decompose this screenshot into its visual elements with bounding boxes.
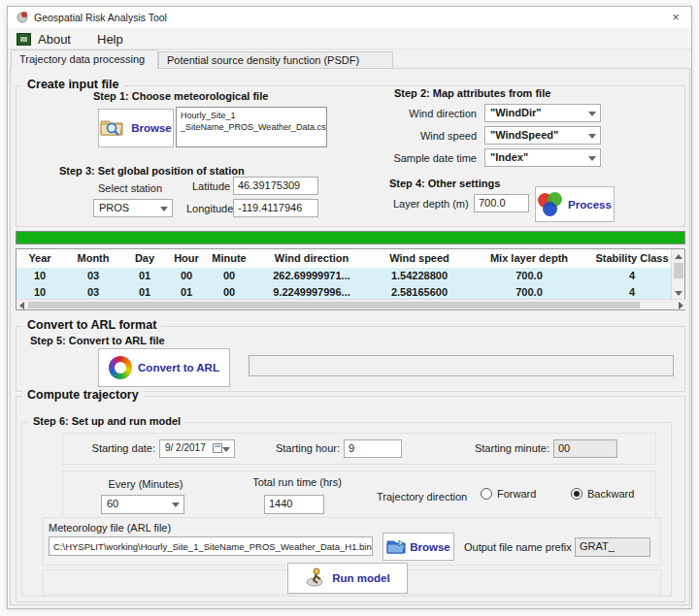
met-file-field[interactable]: C:\HYSPLIT\working\Hourly_Site_1_SiteNam…: [49, 536, 373, 556]
calendar-icon: [213, 443, 222, 453]
color-ring-icon: [109, 356, 132, 379]
station-value: PROS: [99, 202, 129, 213]
table-horizontal-scrollbar[interactable]: [17, 299, 686, 309]
folder-search-icon: [100, 117, 125, 139]
convert-to-arl-label: Convert to ARL: [138, 362, 219, 373]
wind-speed-combo[interactable]: "WindSpeed": [484, 126, 601, 145]
rgb-circles-icon: [538, 192, 565, 217]
col-wind-direction: Wind direction: [251, 249, 372, 268]
scroll-right-icon[interactable]: [679, 302, 683, 309]
table-header-row: Year Month Day Hour Minute Wind directio…: [17, 249, 673, 268]
step3-title: Step 3: Set global position of station: [59, 165, 245, 177]
menu-about[interactable]: About: [34, 31, 75, 48]
wind-speed-value: "WindSpeed": [490, 129, 558, 141]
sample-date-time-combo[interactable]: "Index": [484, 148, 601, 167]
backward-label: Backward: [587, 488, 634, 500]
group-compute-trajectory-title: Compute trajectory: [22, 388, 144, 402]
convert-to-arl-button[interactable]: Convert to ARL: [98, 348, 230, 387]
met-csv-file-box[interactable]: Hourly_Site_1 _SiteName_PROS_Weather_Dat…: [176, 107, 327, 147]
every-minutes-combo[interactable]: 60: [101, 495, 184, 514]
chevron-down-icon: [172, 503, 180, 507]
every-minutes-value: 60: [107, 498, 118, 509]
radio-backward[interactable]: Backward: [571, 488, 634, 500]
latitude-field[interactable]: 46.39175309: [233, 177, 318, 195]
starting-date-picker[interactable]: 9/ 2/2017: [159, 439, 235, 458]
scroll-up-icon[interactable]: [675, 254, 682, 259]
col-hour: Hour: [166, 249, 207, 268]
cell: 10: [17, 268, 63, 284]
process-label: Process: [568, 199, 612, 211]
close-button[interactable]: ×: [666, 8, 685, 27]
met-csv-file-line1: Hourly_Site_1: [181, 110, 322, 121]
browse-arl-file-button[interactable]: Browse: [383, 533, 454, 561]
scroll-down-icon[interactable]: [675, 291, 682, 296]
starting-hour-field[interactable]: 9: [344, 439, 402, 458]
wind-direction-combo[interactable]: "WindDir": [484, 104, 601, 122]
app-window: Geospatial Risk Analysis Tool × About He…: [7, 6, 692, 609]
output-prefix-field[interactable]: GRAT_: [575, 537, 650, 557]
browse-arl-file-label: Browse: [410, 541, 450, 553]
title-bar: Geospatial Risk Analysis Tool ×: [8, 7, 691, 28]
radio-dot-icon: [571, 488, 582, 500]
menu-bar: About Help: [8, 28, 691, 49]
chevron-down-icon: [588, 134, 596, 139]
cell: 262.69999971...: [251, 268, 372, 284]
chevron-down-icon: [588, 156, 596, 161]
runner-icon: [305, 567, 326, 590]
starting-minute-field[interactable]: 00: [553, 439, 617, 458]
longitude-field[interactable]: -119.4117946: [233, 199, 318, 217]
col-mix-layer-depth: Mix layer depth: [467, 249, 591, 268]
sample-date-time-value: "Index": [490, 151, 528, 163]
sample-date-time-label: Sample date time: [380, 152, 477, 164]
horizontal-scroll-thumb[interactable]: [28, 302, 640, 308]
starting-date-value: 9/ 2/2017: [165, 442, 206, 453]
step6-title: Step 6: Set up and run model: [28, 415, 185, 427]
starting-hour-label: Starting hour:: [252, 442, 340, 454]
total-run-time-label: Total run time (hrs): [247, 476, 348, 488]
window-title: Geospatial Risk Analysis Tool: [34, 12, 167, 23]
table-row[interactable]: 10 03 01 00 00 262.69999971... 1.5422880…: [17, 268, 673, 284]
cell: 01: [123, 268, 166, 284]
group-convert-arl-title: Convert to ARL format: [22, 318, 161, 332]
station-combo[interactable]: PROS: [93, 199, 173, 217]
step5-title: Step 5: Convert to ARL file: [30, 335, 165, 346]
radio-forward[interactable]: Forward: [481, 488, 536, 500]
wind-direction-value: "WindDir": [490, 107, 542, 118]
col-year: Year: [17, 249, 63, 268]
wind-direction-label: Wind direction: [386, 108, 477, 119]
met-file-label: Meteorology file (ARL file): [49, 522, 171, 534]
cell: 03: [63, 268, 123, 284]
tab-psdf[interactable]: Potential source density function (PSDF): [158, 51, 393, 69]
forward-label: Forward: [497, 488, 536, 500]
scroll-left-icon[interactable]: [19, 302, 24, 309]
browse-met-file-button[interactable]: Browse: [98, 109, 174, 147]
vertical-scroll-thumb[interactable]: [674, 263, 683, 278]
blue-folder-icon: [386, 538, 406, 556]
trajectory-direction-label: Trajectory direction: [377, 491, 467, 503]
layer-depth-label: Layer depth (m): [393, 198, 469, 210]
menu-help[interactable]: Help: [93, 31, 127, 48]
total-run-time-field[interactable]: 1440: [264, 495, 324, 514]
group-create-input-file-title: Create input file: [22, 78, 123, 91]
cell: 00: [166, 268, 207, 284]
longitude-label: Longitude: [186, 203, 233, 214]
table-vertical-scrollbar[interactable]: [671, 249, 684, 301]
cell: 1.54228800: [372, 268, 467, 284]
step1-title: Step 1: Choose meteorological file: [93, 90, 268, 102]
wind-speed-label: Wind speed: [386, 130, 477, 142]
col-stability-class: Stability Class: [591, 249, 673, 268]
chevron-down-icon: [160, 207, 168, 211]
chevron-down-icon: [222, 447, 230, 452]
browse-met-file-label: Browse: [131, 122, 172, 134]
output-prefix-label: Output file name prefix: [464, 541, 572, 553]
tab-trajectory-data-processing[interactable]: Trajectory data processing: [11, 49, 158, 69]
weather-data-table[interactable]: Year Month Day Hour Minute Wind directio…: [16, 248, 685, 310]
select-station-label: Select station: [98, 182, 162, 194]
process-button[interactable]: Process: [535, 186, 615, 222]
step2-title: Step 2: Map attributes from file: [394, 87, 550, 99]
run-model-button[interactable]: Run model: [287, 563, 408, 594]
layer-depth-field[interactable]: 700.0: [474, 194, 529, 212]
col-wind-speed: Wind speed: [372, 249, 467, 268]
starting-date-label: Starting date:: [66, 442, 155, 454]
starting-minute-label: Starting minute:: [462, 442, 549, 454]
